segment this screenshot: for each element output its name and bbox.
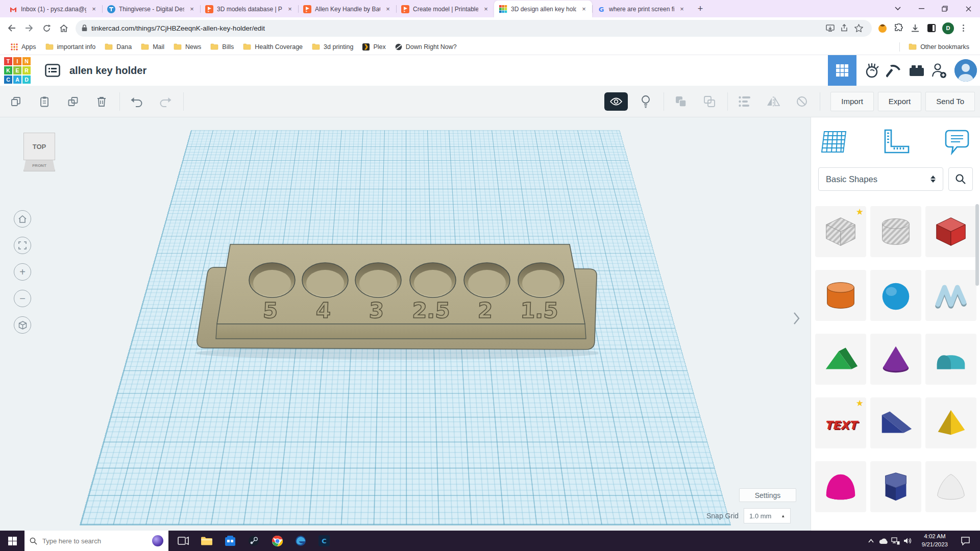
lock-button[interactable] <box>791 91 813 112</box>
shape-box[interactable] <box>925 206 976 257</box>
onedrive-icon[interactable] <box>877 531 890 551</box>
minimize-button[interactable] <box>910 0 933 17</box>
start-button[interactable] <box>0 531 24 551</box>
shape-paraboloid[interactable] <box>815 461 866 512</box>
cura-taskbar-icon[interactable]: C <box>312 531 336 551</box>
shape-cylinder[interactable] <box>815 270 866 321</box>
tab-5[interactable]: 3D design allen key holder | Tink× <box>494 1 592 17</box>
close-tab-icon[interactable]: × <box>678 5 686 13</box>
view-cube[interactable]: TOP FRONT <box>23 133 59 171</box>
tab-0[interactable]: Inbox (1) - pysz.dana@gmail.com× <box>4 1 102 17</box>
group-button[interactable] <box>670 91 692 112</box>
ruler-tool-icon[interactable] <box>881 128 911 156</box>
export-button[interactable]: Export <box>878 92 921 111</box>
close-tab-icon[interactable]: × <box>580 5 588 13</box>
network-icon[interactable] <box>890 531 902 551</box>
profile-avatar[interactable]: D <box>942 22 954 34</box>
close-tab-icon[interactable]: × <box>90 5 98 13</box>
shape-cylinder-hole[interactable] <box>870 206 921 257</box>
forward-button[interactable] <box>21 20 37 36</box>
snap-grid-dropdown[interactable]: 1.0 mm ▲ <box>744 508 791 523</box>
close-window-button[interactable] <box>957 0 980 17</box>
install-icon[interactable] <box>823 21 837 35</box>
zoom-in-button[interactable]: + <box>14 263 31 281</box>
other-bookmarks[interactable]: Other bookmarks <box>904 41 974 53</box>
chrome-taskbar-icon[interactable] <box>265 531 289 551</box>
close-tab-icon[interactable]: × <box>384 5 392 13</box>
file-explorer-taskbar-icon[interactable] <box>195 531 218 551</box>
redo-button[interactable] <box>155 91 176 112</box>
shape-half-sphere[interactable] <box>925 461 976 512</box>
undo-button[interactable] <box>126 91 148 112</box>
shape-search-button[interactable] <box>948 167 973 191</box>
back-button[interactable] <box>4 20 19 36</box>
share-icon[interactable] <box>837 21 851 35</box>
bookmark-bills[interactable]: Bills <box>206 41 238 53</box>
shape-cone[interactable] <box>870 334 921 385</box>
browser-menu-icon[interactable] <box>959 22 967 34</box>
zoom-out-button[interactable]: − <box>14 290 31 307</box>
shape-wedge[interactable] <box>870 397 921 448</box>
show-hide-button[interactable] <box>604 92 628 111</box>
allen-key-holder-model[interactable]: 5 4 3 2.5 2 1.5 <box>190 232 598 362</box>
close-tab-icon[interactable]: × <box>482 5 490 13</box>
bookmark-down-right-now-[interactable]: Down Right Now? <box>390 41 461 53</box>
tab-search-icon[interactable] <box>886 0 910 17</box>
new-tab-button[interactable]: + <box>693 2 707 16</box>
bookmark-star-icon[interactable] <box>851 21 866 35</box>
task-view-taskbar-icon[interactable] <box>172 531 195 551</box>
lego-brick-icon[interactable] <box>905 55 928 86</box>
workplane-tool-icon[interactable] <box>819 128 849 156</box>
tray-chevron-icon[interactable] <box>865 531 877 551</box>
bookmark-plex[interactable]: Plex <box>358 41 390 53</box>
design-properties-button[interactable] <box>44 63 61 78</box>
tinkercad-logo[interactable]: TINKERCAD <box>4 57 31 84</box>
tinker-icon[interactable] <box>861 55 883 86</box>
taskbar-search-input[interactable] <box>41 537 148 545</box>
extensions-puzzle-icon[interactable] <box>893 22 904 34</box>
shape-round-roof[interactable] <box>925 334 976 385</box>
shape-text[interactable]: TEXTTEXT★ <box>815 397 866 448</box>
bookmark-important-info[interactable]: important info <box>41 41 101 53</box>
honey-extension-icon[interactable] <box>877 22 888 34</box>
shape-box-hole[interactable]: ★ <box>815 206 866 257</box>
panel-collapse-handle[interactable] <box>790 307 802 330</box>
downloads-icon[interactable] <box>910 22 921 34</box>
shape-polygon[interactable] <box>870 461 921 512</box>
design-title[interactable]: allen key holder <box>69 65 146 77</box>
taskbar-clock[interactable]: 4:02 AM 9/21/2023 <box>918 533 952 548</box>
close-tab-icon[interactable]: × <box>286 5 294 13</box>
home-button[interactable] <box>56 20 71 36</box>
home-view-button[interactable] <box>14 210 31 228</box>
import-button[interactable]: Import <box>830 92 874 111</box>
taskbar-search[interactable] <box>24 531 168 551</box>
duplicate-button[interactable] <box>62 91 84 112</box>
dashboard-grid-button[interactable] <box>828 55 856 86</box>
tab-2[interactable]: 3D models database | Printables× <box>200 1 298 17</box>
show-all-bulb-button[interactable] <box>635 91 656 112</box>
3d-canvas[interactable]: 5 4 3 2.5 2 1.5 TOP FRONT + − <box>0 117 811 531</box>
perspective-toggle-button[interactable] <box>14 316 31 334</box>
search-highlight-icon[interactable] <box>152 535 163 546</box>
volume-icon[interactable] <box>902 531 914 551</box>
action-center-icon[interactable] <box>955 531 975 551</box>
minecraft-pickaxe-icon[interactable] <box>883 55 905 86</box>
bookmark-health-coverage[interactable]: Health Coverage <box>238 41 307 53</box>
view-cube-top-face[interactable]: TOP <box>23 133 55 160</box>
shape-sphere[interactable] <box>870 270 921 321</box>
tab-3[interactable]: Allen Key Handle by BaGooN | D× <box>298 1 396 17</box>
panel-scrollbar[interactable] <box>975 204 979 286</box>
tab-6[interactable]: Gwhere are print screen files save× <box>592 1 690 17</box>
shape-pyramid[interactable] <box>925 397 976 448</box>
bookmark-dana[interactable]: Dana <box>100 41 136 53</box>
bookmark-news[interactable]: News <box>169 41 206 53</box>
bookmark-apps[interactable]: Apps <box>6 41 41 53</box>
side-panel-icon[interactable] <box>926 22 937 34</box>
send-to-button[interactable]: Send To <box>925 92 975 111</box>
tab-4[interactable]: Create model | Printables.com× <box>396 1 494 17</box>
copy-button[interactable] <box>5 91 27 112</box>
ungroup-button[interactable] <box>699 91 720 112</box>
shape-roof[interactable] <box>815 334 866 385</box>
close-tab-icon[interactable]: × <box>188 5 196 13</box>
paste-button[interactable] <box>34 91 55 112</box>
